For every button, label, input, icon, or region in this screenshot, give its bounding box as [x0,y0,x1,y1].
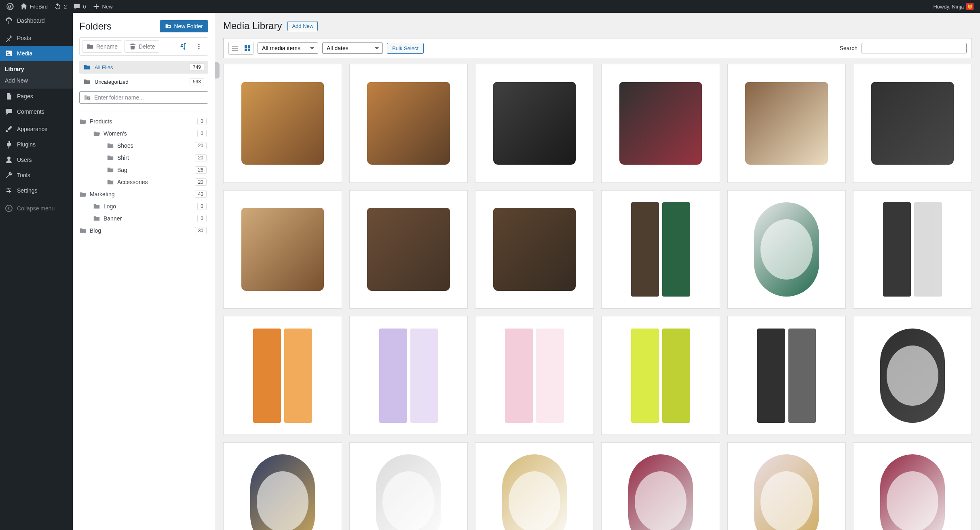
nav-media-submenu: Library Add New [0,61,73,89]
media-thumb[interactable] [223,64,342,183]
folder-icon [107,166,114,174]
media-thumb[interactable] [349,316,468,435]
media-thumb[interactable] [853,442,972,530]
folder-logo[interactable]: Logo0 [79,200,208,212]
media-thumb[interactable] [601,64,720,183]
greeting: Howdy, Ninja [933,4,964,10]
folder-label: Accessories [117,179,148,185]
svg-point-2 [198,46,199,47]
nav-users[interactable]: Users [0,152,73,167]
delete-button[interactable]: Delete [125,40,159,53]
media-thumb[interactable] [601,190,720,309]
nav-tools[interactable]: Tools [0,167,73,183]
pin-icon [5,34,13,42]
folder-products[interactable]: Products0 [79,115,208,127]
media-thumb[interactable] [853,316,972,435]
nav-comments[interactable]: Comments [0,104,73,119]
view-list-button[interactable] [229,42,241,54]
media-thumb[interactable] [349,64,468,183]
sort-button[interactable] [177,40,190,53]
nav-appearance[interactable]: Appearance [0,121,73,137]
folder-label: Bag [117,167,127,173]
thumb-placeholder [757,329,816,423]
folder-search[interactable] [79,91,208,104]
media-thumb[interactable] [601,442,720,530]
media-thumb[interactable] [223,316,342,435]
media-thumb[interactable] [727,190,846,309]
panel-resize-handle[interactable] [215,62,220,78]
media-type-filter[interactable]: All media items [258,42,318,54]
folder-label: Women's [103,130,127,137]
folder-accessories[interactable]: Accessories20 [79,176,208,188]
svg-point-1 [198,44,199,45]
folders-panel: Folders New Folder Rename Delete [73,13,215,530]
plugin-icon [5,140,13,148]
media-thumb[interactable] [853,190,972,309]
media-thumb[interactable] [475,190,594,309]
grid-icon [243,44,251,52]
nav-label: Media [17,50,32,57]
date-select[interactable]: All dates [322,42,383,54]
thumb-placeholder [505,329,564,423]
wordpress-menu[interactable] [3,0,17,13]
thumb-placeholder [880,329,945,423]
media-thumb[interactable] [853,64,972,183]
media-thumb[interactable] [349,190,468,309]
more-button[interactable] [192,40,205,53]
media-thumb[interactable] [475,64,594,183]
add-new-button[interactable]: Add New [287,21,318,31]
account-menu[interactable]: Howdy, Ninja 🐱 [930,0,977,13]
folder-label: Shirt [117,155,129,161]
nav-posts[interactable]: Posts [0,30,73,46]
updates-menu[interactable]: 2 [51,0,70,13]
media-thumb[interactable] [727,442,846,530]
new-folder-label: New Folder [174,23,203,30]
media-thumb[interactable] [601,316,720,435]
comments-menu[interactable]: 0 [70,0,89,13]
media-thumb[interactable] [349,442,468,530]
nav-label: Settings [17,187,38,194]
folder-women-s[interactable]: Women's0 [79,127,208,140]
folder-search-input[interactable] [94,94,204,101]
nav-media-add-new[interactable]: Add New [0,75,73,86]
nav-label: Posts [17,35,31,41]
media-thumb[interactable] [475,316,594,435]
media-thumb[interactable] [475,442,594,530]
search-input[interactable] [862,43,967,53]
view-switch [228,42,253,55]
media-thumb[interactable] [727,316,846,435]
rename-button[interactable]: Rename [82,40,122,53]
media-type-select[interactable]: All media items [258,42,318,54]
folder-shirt[interactable]: Shirt20 [79,152,208,164]
quick-filter-all-files[interactable]: All Files749 [79,61,208,74]
sort-az-icon [180,43,187,50]
nav-pages[interactable]: Pages [0,89,73,104]
nav-media-library[interactable]: Library [0,64,73,75]
quick-filter-uncategorized[interactable]: Uncategorized593 [79,75,208,88]
nav-collapse[interactable]: Collapse menu [0,201,73,216]
media-thumb[interactable] [223,190,342,309]
view-grid-button[interactable] [241,42,253,54]
media-thumb[interactable] [727,64,846,183]
date-filter[interactable]: All dates [322,42,383,54]
site-menu[interactable]: FileBird [17,0,51,13]
folder-banner[interactable]: Banner0 [79,212,208,225]
folder-shoes[interactable]: Shoes20 [79,140,208,152]
folder-blog[interactable]: Blog30 [79,225,208,237]
list-icon [231,44,239,52]
nav-plugins[interactable]: Plugins [0,137,73,152]
new-folder-button[interactable]: New Folder [160,20,208,32]
thumb-placeholder [367,208,450,290]
new-content-menu[interactable]: New [89,0,116,13]
media-thumb[interactable] [223,442,342,530]
folder-bag[interactable]: Bag26 [79,164,208,176]
thumb-placeholder [250,454,315,530]
bulk-select-button[interactable]: Bulk Select [387,43,424,54]
folder-marketing[interactable]: Marketing40 [79,188,208,200]
nav-settings[interactable]: Settings [0,183,73,198]
count-badge: 0 [197,203,207,210]
nav-label: Tools [17,172,30,178]
count-badge: 20 [195,154,207,161]
nav-media[interactable]: Media [0,46,73,61]
nav-dashboard[interactable]: Dashboard [0,13,73,28]
